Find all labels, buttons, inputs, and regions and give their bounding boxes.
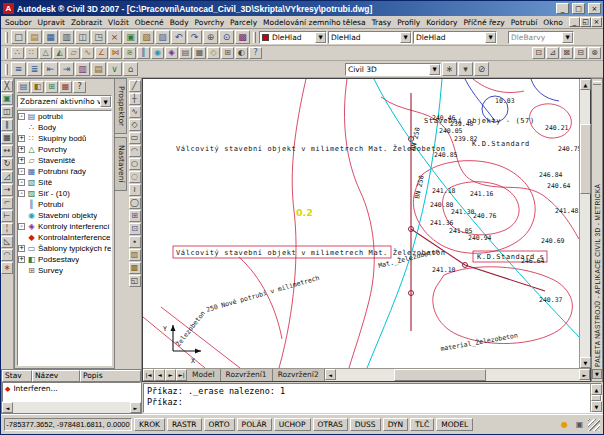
column-header-popis[interactable]: Popis (80, 370, 141, 382)
scroll-right-icon[interactable]: ► (130, 402, 141, 413)
toolbar-icon[interactable]: ↻ (1, 158, 13, 170)
dropdown-arrow-icon[interactable]: ▼ (562, 32, 573, 43)
status-toggle-button[interactable]: MODEL (436, 418, 473, 431)
tree-expand-toggle[interactable] (18, 267, 25, 274)
plotstyle-combo[interactable]: DleBarvy ▼ (508, 31, 574, 44)
toolbar-icon[interactable]: → (1, 184, 13, 196)
toolbar-icon[interactable]: ┼ (129, 93, 141, 105)
toolbar-icon[interactable]: ⊡ (129, 223, 141, 235)
toolbar-icon[interactable]: ≋ (123, 47, 136, 59)
toolbar-icon[interactable]: ○ (129, 158, 141, 170)
toolspace-view-combo[interactable]: Zobrazení aktivního výkresu ▼ (17, 95, 112, 108)
scrollbar-track[interactable] (336, 369, 579, 381)
toolbar-icon[interactable]: ◫ (1, 106, 13, 118)
drawing-canvas[interactable]: Stavební objekty - (57)Válcovitý stavebn… (143, 79, 579, 368)
menu-item[interactable]: Soubor (2, 18, 35, 27)
menu-item[interactable]: Trasy (369, 18, 395, 27)
toolbar-icon[interactable]: ↶ (171, 30, 186, 44)
tree-expand-toggle[interactable] (18, 201, 25, 208)
menu-item[interactable]: Profily (394, 18, 423, 27)
toolbar-icon[interactable]: ∨ (107, 62, 122, 76)
status-toggle-button[interactable]: TLČ (410, 418, 434, 431)
toolbar-icon[interactable]: ∗ (1, 262, 13, 274)
dropdown-arrow-icon[interactable]: ▼ (429, 64, 440, 75)
toolbar-grip[interactable] (5, 48, 8, 59)
toolbar-icon[interactable]: ⊕ (203, 30, 218, 44)
lineweight-combo[interactable]: DleHlad ▼ (413, 31, 497, 44)
toolbar-icon[interactable]: ? (249, 47, 262, 59)
title-bar[interactable]: A Autodesk ® Civil 3D 2007 - [C:\Pracovn… (1, 1, 603, 16)
toolbar-icon[interactable]: ▤ (17, 81, 30, 93)
status-toggle-button[interactable]: OTRAS (313, 418, 348, 431)
tree-item[interactable]: - ▦ Potrubní řady (18, 166, 111, 177)
tray-icon[interactable]: ▣ (573, 419, 586, 431)
toolbar-icon[interactable]: ⊠ (560, 47, 573, 59)
dropdown-arrow-icon[interactable]: ▼ (485, 32, 496, 43)
tree-item[interactable]: ∴ Body (18, 122, 111, 133)
tree-expand-toggle[interactable]: + (18, 135, 25, 142)
toolbar-icon[interactable]: ∠ (95, 47, 108, 59)
tree-item[interactable]: - ◈ Kontroly interferencí (18, 221, 111, 232)
toolbar-icon[interactable]: ▥ (75, 62, 90, 76)
toolbar-icon[interactable]: ▣ (1, 93, 13, 105)
scroll-left-icon[interactable]: ◄ (325, 369, 336, 380)
scroll-down-icon[interactable]: ▼ (580, 357, 591, 368)
toolbar-icon[interactable]: ↔ (1, 145, 13, 157)
layout-tab-nav-button[interactable]: ◄ (154, 369, 165, 381)
tree-item[interactable]: + ◧ Podsestavy (18, 254, 111, 265)
dropdown-arrow-icon[interactable]: ▼ (315, 32, 326, 43)
command-prompt-line[interactable]: Příkaz: (147, 397, 587, 408)
toolbar-icon[interactable]: ◱ (129, 275, 141, 287)
horizontal-scrollbar[interactable]: ◄ ► (325, 369, 590, 381)
toolbar-icon[interactable]: ∗ (442, 62, 457, 76)
scroll-up-icon[interactable]: ▲ (580, 79, 591, 90)
toolbar-icon[interactable]: ▥ (59, 30, 74, 44)
layout-tab[interactable]: Model (187, 369, 221, 381)
list-horizontal-scrollbar[interactable]: ◄ ► (2, 402, 141, 413)
command-scrollbar[interactable]: ▲ ▼ (590, 384, 601, 412)
toolbar-icon[interactable]: ◇ (129, 119, 141, 131)
list-item[interactable]: ◆ Interferen... (3, 383, 140, 394)
tree-expand-toggle[interactable]: - (18, 190, 25, 197)
layout-tab[interactable]: Rozvržení1 (221, 369, 273, 381)
coordinates-display[interactable]: -785377.3652, -978481.6811, 0.0000 (4, 418, 132, 431)
menu-item[interactable]: Upravit (35, 18, 68, 27)
toolbar-icon[interactable]: ◠ (1, 249, 13, 261)
toolbar-icon[interactable]: ⊗ (588, 47, 601, 59)
toolbar-icon[interactable]: ╎ (1, 223, 13, 235)
tool-palettes-bar[interactable]: PALETA NÁSTROJŮ - APLIKACE CIVIL 3D - ME… (591, 78, 603, 382)
layout-tab[interactable]: Rozvržení2 (273, 369, 325, 381)
tree-expand-toggle[interactable] (18, 124, 25, 131)
tree-expand-toggle[interactable]: - (18, 223, 25, 230)
toolbar-icon[interactable]: ⇥ (59, 62, 74, 76)
menu-item[interactable]: Obecné (132, 18, 167, 27)
toolbar-icon[interactable]: ◯ (129, 197, 141, 209)
tree-item[interactable]: ◆ KontrolaInterference - (18, 232, 111, 243)
toolbar-icon[interactable]: ◳ (91, 30, 106, 44)
toolbar-icon[interactable]: ▤ (91, 62, 106, 76)
toolbar-icon[interactable]: ◺ (1, 236, 13, 248)
toolbar-icon[interactable]: ◧ (31, 81, 44, 93)
toolbar-icon[interactable]: ? (73, 81, 86, 93)
menu-item[interactable]: Koridory (423, 18, 460, 27)
status-toggle-button[interactable]: KROK (134, 418, 165, 431)
toolbar-icon[interactable]: ◈ (165, 47, 178, 59)
menu-item[interactable]: Body (167, 18, 192, 27)
toolbar-icon[interactable]: ▤ (179, 47, 192, 59)
tree-item[interactable]: + △ Povrchy (18, 144, 111, 155)
color-combo[interactable]: DleHlad ▼ (259, 31, 327, 44)
tree-item[interactable]: ║ Potrubí (18, 199, 111, 210)
toolbar-icon[interactable]: ⊿ (546, 47, 559, 59)
tree-item[interactable]: ◉ Stavební objekty (18, 210, 111, 221)
toolbar-icon[interactable]: □ (11, 30, 26, 44)
toolbar-icon[interactable]: ║ (137, 47, 150, 59)
tree-expand-toggle[interactable]: + (18, 245, 25, 252)
column-header-nazev[interactable]: Název (32, 370, 80, 382)
toolspace-tab[interactable]: Nastavení (115, 137, 127, 191)
toolbar-icon[interactable]: ◫ (75, 30, 90, 44)
toolbar-icon[interactable]: ⊘ (474, 62, 489, 76)
scrollbar-thumb[interactable] (394, 369, 486, 381)
toolbar-icon[interactable]: ▦ (43, 30, 58, 44)
menu-item[interactable]: Potrubí (508, 18, 540, 27)
maximize-button[interactable]: □ (572, 3, 585, 14)
